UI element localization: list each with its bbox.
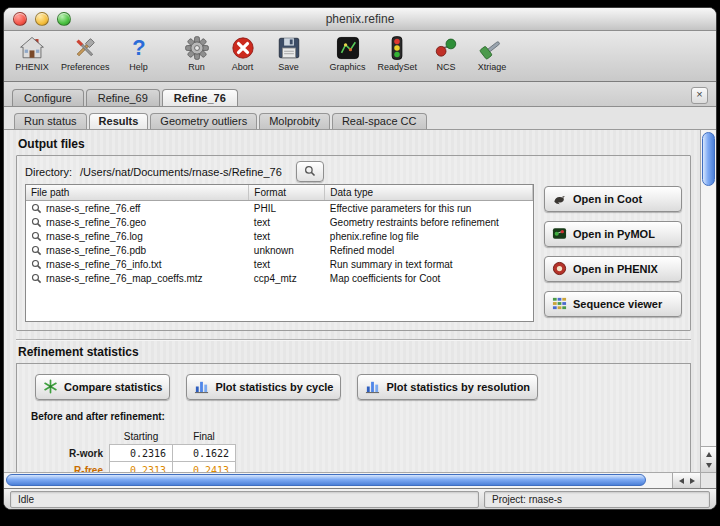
toolbar-abort-button[interactable]: Abort [221, 33, 265, 73]
open-in-phenix-button[interactable]: Open in PHENIX [544, 256, 682, 282]
refinement-statistics-panel: Compare statistics Plot statistics by cy… [16, 363, 691, 473]
directory-value: /Users/nat/Documents/rnase-s/Refine_76 [80, 166, 282, 178]
tab-configure[interactable]: Configure [12, 89, 84, 106]
tab-refine-76[interactable]: Refine_76 [162, 89, 238, 106]
status-bar: Idle Project: rnase-s [4, 488, 716, 509]
pymol-icon [552, 226, 567, 243]
magnifier-icon [31, 203, 42, 214]
column-final: Final [173, 428, 236, 445]
magnifier-icon [31, 217, 42, 228]
stat-label: R-work [45, 445, 110, 462]
close-tab-button[interactable]: × [691, 87, 708, 104]
tab-results[interactable]: Results [89, 113, 149, 129]
plot-statistics-by-resolution-button[interactable]: Plot statistics by resolution [357, 374, 538, 400]
tab-real-space-cc[interactable]: Real-space CC [332, 113, 427, 129]
file-table-header: File path Format Data type [26, 185, 533, 201]
gear-icon [183, 34, 211, 62]
sequence-viewer-button[interactable]: Sequence viewer [544, 291, 682, 317]
file-path: rnase-s_refine_76_map_coeffs.mtz [46, 273, 203, 284]
toolbar-save-button[interactable]: Save [267, 33, 311, 73]
file-row[interactable]: rnase-s_refine_76.logtextphenix.refine l… [26, 229, 533, 243]
toolbar: PHENIX Preferences ? Help Run Abort Save… [4, 31, 716, 82]
toolbar-help-button[interactable]: ? Help [117, 33, 161, 73]
scroll-left-arrow[interactable] [679, 478, 684, 484]
toolbar-ncs-button[interactable]: NCS [424, 33, 468, 73]
toolbar-label: Run [188, 62, 205, 72]
toolbar-label: Graphics [330, 62, 366, 72]
file-path: rnase-s_refine_76.log [46, 231, 143, 242]
output-files-table[interactable]: File path Format Data type rnase-s_refin… [25, 184, 534, 322]
phenix-circle-icon [552, 261, 567, 278]
abort-icon [229, 34, 257, 62]
scroll-down-arrow[interactable] [706, 463, 712, 468]
button-label: Plot statistics by resolution [386, 381, 530, 393]
column-data-type[interactable]: Data type [325, 185, 533, 201]
project-indicator: Project: rnase-s [484, 491, 710, 508]
question-icon: ? [125, 34, 153, 62]
magnifier-icon [31, 231, 42, 242]
toolbar-xtriage-button[interactable]: Xtriage [470, 33, 514, 73]
xtriage-icon [478, 34, 506, 62]
tab-geometry-outliers[interactable]: Geometry outliers [150, 113, 257, 129]
tab-refine-69[interactable]: Refine_69 [86, 89, 160, 106]
tab-molprobity[interactable]: Molprobity [259, 113, 330, 129]
toolbar-preferences-button[interactable]: Preferences [56, 33, 115, 73]
traffic-light-icon [383, 34, 411, 62]
file-row[interactable]: rnase-s_refine_76.geotextGeometry restra… [26, 215, 533, 229]
scroll-up-arrow[interactable] [706, 452, 712, 457]
plot-statistics-by-cycle-button[interactable]: Plot statistics by cycle [186, 374, 341, 400]
toolbar-run-button[interactable]: Run [175, 33, 219, 73]
toolbar-label: Preferences [61, 62, 110, 72]
file-row[interactable]: rnase-s_refine_76_map_coeffs.mtzccp4_mtz… [26, 271, 533, 285]
file-format: text [249, 257, 325, 271]
file-table-body: rnase-s_refine_76.effPHILEffective param… [26, 201, 533, 286]
file-row[interactable]: rnase-s_refine_76.effPHILEffective param… [26, 201, 533, 216]
file-format: PHIL [249, 201, 325, 216]
magnifier-icon [31, 259, 42, 270]
output-files-panel: Directory: /Users/nat/Documents/rnase-s/… [16, 155, 691, 331]
stat-final-value: 0.1622 [173, 445, 236, 462]
toolbar-label: Xtriage [478, 62, 507, 72]
toolbar-label: Abort [232, 62, 254, 72]
file-row[interactable]: rnase-s_refine_76_info.txttextRun summar… [26, 257, 533, 271]
vertical-scrollbar[interactable] [700, 130, 716, 473]
scroll-right-arrow[interactable] [690, 478, 695, 484]
toolbar-phenix-button[interactable]: PHENIX [10, 33, 54, 73]
file-format: text [249, 229, 325, 243]
home-icon [18, 34, 46, 62]
coot-bird-icon [552, 191, 567, 208]
results-scroll-view: Output files Directory: /Users/nat/Docum… [4, 130, 701, 473]
compare-statistics-button[interactable]: Compare statistics [35, 374, 170, 400]
file-data-type: Effective parameters for this run [325, 201, 533, 216]
title-bar[interactable]: phenix.refine [4, 8, 716, 31]
file-data-type: Geometry restraints before refinement [325, 215, 533, 229]
window-title: phenix.refine [4, 12, 716, 26]
toolbar-readyset-button[interactable]: ReadySet [373, 33, 423, 73]
tab-run-status[interactable]: Run status [14, 113, 87, 129]
svg-text:?: ? [132, 35, 145, 60]
column-file-path[interactable]: File path [26, 185, 249, 201]
ncs-icon [432, 34, 460, 62]
button-label: Plot statistics by cycle [215, 381, 333, 393]
button-label: Open in PHENIX [573, 263, 658, 275]
file-data-type: Map coefficients for Coot [325, 271, 533, 285]
horizontal-scrollbar-thumb[interactable] [6, 474, 646, 486]
file-row[interactable]: rnase-s_refine_76.pdbunknownRefined mode… [26, 243, 533, 257]
vertical-scrollbar-thumb[interactable] [702, 132, 715, 186]
magnifier-icon [31, 245, 42, 256]
open-in-pymol-button[interactable]: Open in PyMOL [544, 221, 682, 247]
status-message: Idle [10, 491, 479, 508]
bar-chart-icon [365, 379, 380, 396]
graphics-icon [334, 34, 362, 62]
file-format: ccp4_mtz [249, 271, 325, 285]
button-label: Open in Coot [573, 193, 642, 205]
directory-label: Directory: [25, 166, 72, 178]
open-in-coot-button[interactable]: Open in Coot [544, 186, 682, 212]
horizontal-scrollbar[interactable] [4, 472, 716, 488]
file-data-type: phenix.refine log file [325, 229, 533, 243]
phenix-refine-window: phenix.refine PHENIX Preferences ? Help … [3, 7, 717, 510]
browse-directory-button[interactable] [296, 161, 324, 182]
stats-row: R-work0.23160.1622 [45, 445, 236, 462]
toolbar-graphics-button[interactable]: Graphics [325, 33, 371, 73]
column-format[interactable]: Format [249, 185, 325, 201]
